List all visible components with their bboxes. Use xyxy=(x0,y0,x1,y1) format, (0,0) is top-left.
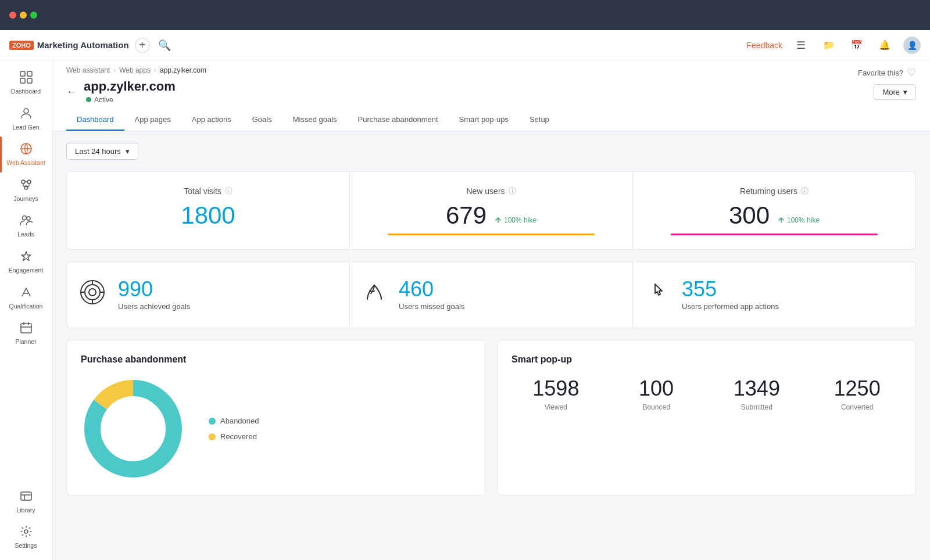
search-button[interactable]: 🔍 xyxy=(156,37,173,54)
app-actions-label: Users performed app actions xyxy=(682,302,779,311)
new-users-info-icon[interactable]: ⓘ xyxy=(509,186,516,196)
sidebar-item-qualification[interactable]: Qualification xyxy=(0,280,52,316)
appbar-right: Feedback ☰ 📁 📅 🔔 👤 xyxy=(747,36,921,55)
smart-popup-panel: Smart pop-up 1598 Viewed 100 Bounced 134… xyxy=(497,340,916,496)
returning-users-underline xyxy=(671,234,878,235)
svg-rect-2 xyxy=(20,78,25,83)
close-icon[interactable] xyxy=(9,12,16,19)
app-title-label: Marketing Automation xyxy=(37,40,129,50)
avatar[interactable]: 👤 xyxy=(903,37,921,54)
minimize-icon[interactable] xyxy=(20,12,27,19)
traffic-lights-bar xyxy=(0,0,930,30)
new-users-row: 679 100% hike xyxy=(446,203,536,228)
returning-users-row: 300 100% hike xyxy=(729,203,820,228)
returning-users-hike: 100% hike xyxy=(778,216,820,224)
stat-new-users: New users ⓘ 679 100% hike xyxy=(350,172,633,249)
more-button[interactable]: More ▾ xyxy=(874,84,916,100)
zoho-logo[interactable]: ZOHO Marketing Automation xyxy=(9,40,129,50)
purchase-abandonment-panel: Purchase abandonment xyxy=(66,340,485,496)
goals-missed-value: 460 xyxy=(399,279,464,300)
breadcrumb: Web assistant › Web apps › app.zylker.co… xyxy=(66,66,916,74)
tab-dashboard[interactable]: Dashboard xyxy=(66,109,124,131)
folder-icon[interactable]: 📁 xyxy=(820,36,838,55)
abandoned-label: Abandoned xyxy=(220,417,259,425)
maximize-icon[interactable] xyxy=(30,12,37,19)
calendar-icon[interactable]: 📅 xyxy=(847,36,866,55)
app-name-heading: app.zylker.com xyxy=(84,79,176,94)
total-visits-label: Total visits ⓘ xyxy=(184,186,233,196)
sidebar-label-engagement: Engagement xyxy=(9,267,44,274)
sidebar-item-lead-gen[interactable]: Lead Gen xyxy=(0,101,52,137)
breadcrumb-web-apps[interactable]: Web apps xyxy=(119,66,151,74)
sidebar-item-settings[interactable]: Settings xyxy=(0,519,52,555)
smart-popup-submitted-value: 1349 xyxy=(713,376,802,401)
total-visits-info-icon[interactable]: ⓘ xyxy=(225,186,233,196)
metric-app-actions-data: 355 Users performed app actions xyxy=(682,279,779,311)
sidebar-item-journeys[interactable]: Journeys xyxy=(0,173,52,209)
sidebar-item-dashboard[interactable]: Dashboard xyxy=(0,65,52,101)
goals-achieved-label: Users achieved goals xyxy=(118,302,190,311)
back-button[interactable]: ← xyxy=(66,86,77,98)
tab-setup[interactable]: Setup xyxy=(519,109,560,131)
feedback-link[interactable]: Feedback xyxy=(747,41,782,50)
svg-point-10 xyxy=(27,217,30,220)
smart-popup-title: Smart pop-up xyxy=(512,354,902,365)
smart-popup-viewed-label: Viewed xyxy=(512,403,600,411)
sidebar-label-library: Library xyxy=(16,507,35,514)
app-title-row: ← app.zylker.com Active More ▾ xyxy=(66,79,916,105)
stat-returning-users: Returning users ⓘ 300 100% hike xyxy=(633,172,915,249)
svg-rect-0 xyxy=(20,71,25,76)
svg-rect-1 xyxy=(27,71,32,76)
more-chevron-icon: ▾ xyxy=(903,88,907,96)
favorite-label: Favorite this? xyxy=(858,69,903,77)
tab-purchase-abandonment[interactable]: Purchase abandonment xyxy=(348,109,449,131)
goals-missed-icon xyxy=(362,279,387,310)
status-label: Active xyxy=(94,96,113,104)
svg-point-13 xyxy=(24,530,28,533)
leads-icon xyxy=(20,214,33,228)
breadcrumb-web-assistant[interactable]: Web assistant xyxy=(66,66,110,74)
smart-popup-bounced-label: Bounced xyxy=(612,403,701,411)
tab-smart-popups[interactable]: Smart pop-ups xyxy=(449,109,519,131)
svg-point-16 xyxy=(89,289,96,296)
svg-point-7 xyxy=(27,180,31,184)
content-area: Last 24 hours ▾ Total visits ⓘ 1800 New … xyxy=(52,131,930,560)
stats-row: Total visits ⓘ 1800 New users ⓘ 679 10 xyxy=(66,171,916,250)
returning-users-info-icon[interactable]: ⓘ xyxy=(801,186,809,196)
purchase-abandonment-title: Purchase abandonment xyxy=(81,354,471,365)
donut-legend: Abandoned Recovered xyxy=(209,417,259,441)
favorite-button[interactable]: Favorite this? ♡ xyxy=(858,66,916,79)
goals-missed-label: Users missed goals xyxy=(399,302,464,311)
journeys-icon xyxy=(20,178,33,193)
list-icon[interactable]: ☰ xyxy=(792,36,810,55)
engagement-icon xyxy=(20,250,33,264)
sidebar-item-leads[interactable]: Leads xyxy=(0,208,52,244)
goals-achieved-value: 990 xyxy=(118,279,190,300)
sidebar-label-dashboard: Dashboard xyxy=(11,88,41,95)
sidebar-item-web-assistant[interactable]: Web Assistant xyxy=(0,137,52,173)
smart-popup-stat-converted: 1250 Converted xyxy=(813,376,902,411)
sidebar-item-planner[interactable]: Planner xyxy=(0,315,52,351)
add-button[interactable]: + xyxy=(135,38,150,53)
tab-missed-goals[interactable]: Missed goals xyxy=(282,109,348,131)
appbar: ZOHO Marketing Automation + 🔍 Feedback ☰… xyxy=(0,30,930,60)
tab-app-actions[interactable]: App actions xyxy=(181,109,242,131)
web-assistant-icon xyxy=(20,142,33,157)
sidebar-label-leads: Leads xyxy=(17,231,34,238)
sidebar-item-engagement[interactable]: Engagement xyxy=(0,244,52,280)
sidebar-item-library[interactable]: Library xyxy=(0,484,52,520)
settings-icon xyxy=(20,525,33,540)
tab-app-pages[interactable]: App pages xyxy=(124,109,181,131)
bell-icon[interactable]: 🔔 xyxy=(875,36,894,55)
date-filter-button[interactable]: Last 24 hours ▾ xyxy=(66,143,138,160)
metric-goals-achieved-data: 990 Users achieved goals xyxy=(118,279,190,311)
smart-popup-bounced-value: 100 xyxy=(612,376,701,401)
main-content: Web assistant › Web apps › app.zylker.co… xyxy=(52,60,930,560)
legend-recovered: Recovered xyxy=(209,432,259,441)
sidebar-label-lead-gen: Lead Gen xyxy=(12,124,39,131)
svg-point-9 xyxy=(22,216,26,220)
metric-goals-achieved: 990 Users achieved goals xyxy=(67,262,350,328)
tab-goals[interactable]: Goals xyxy=(242,109,282,131)
new-users-label: New users ⓘ xyxy=(466,186,516,196)
sidebar-label-qualification: Qualification xyxy=(9,303,43,310)
